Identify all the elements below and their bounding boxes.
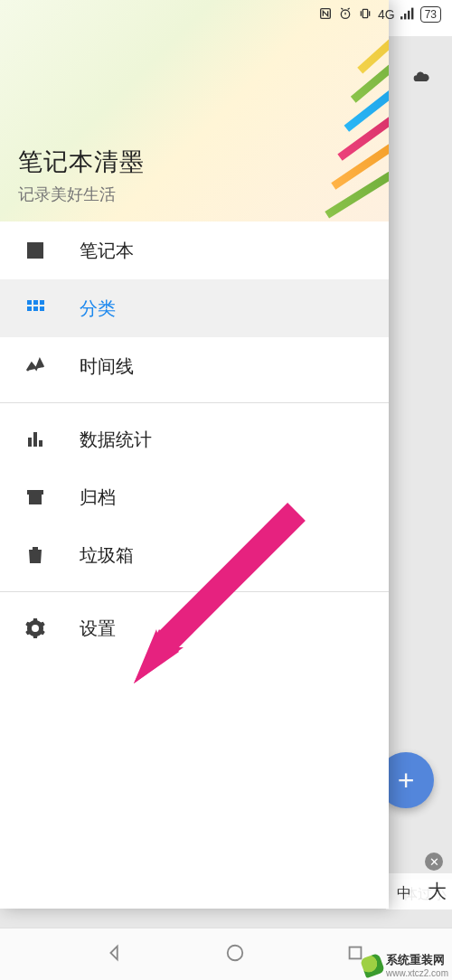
nfc-icon bbox=[318, 6, 333, 24]
menu-item-notebook[interactable]: 笔记本 bbox=[0, 221, 389, 279]
watermark-brand: 系统重装网 bbox=[386, 952, 448, 968]
svg-rect-6 bbox=[411, 7, 413, 19]
divider bbox=[0, 402, 389, 403]
svg-rect-12 bbox=[40, 306, 44, 311]
menu-label: 数据统计 bbox=[80, 428, 152, 452]
svg-rect-5 bbox=[408, 10, 410, 19]
menu-item-category[interactable]: 分类 bbox=[0, 279, 389, 337]
watermark-logo bbox=[360, 952, 385, 977]
svg-rect-11 bbox=[33, 306, 38, 311]
stats-icon bbox=[24, 428, 47, 451]
timeline-icon bbox=[24, 354, 47, 378]
cloud-icon[interactable] bbox=[407, 68, 436, 86]
divider bbox=[0, 591, 389, 592]
menu-label: 归档 bbox=[80, 485, 116, 510]
svg-rect-13 bbox=[28, 438, 32, 447]
grid-icon bbox=[24, 297, 47, 320]
watermark-url: www.xtcz2.com bbox=[386, 968, 448, 978]
home-button[interactable] bbox=[225, 943, 245, 966]
battery-icon: 73 bbox=[420, 6, 441, 23]
svg-rect-4 bbox=[404, 14, 406, 19]
back-button[interactable] bbox=[105, 943, 125, 966]
svg-rect-10 bbox=[27, 306, 32, 311]
svg-rect-9 bbox=[40, 300, 44, 305]
menu-label: 分类 bbox=[80, 297, 116, 321]
close-icon[interactable]: ✕ bbox=[425, 853, 443, 871]
gear-icon bbox=[24, 617, 47, 640]
svg-rect-3 bbox=[400, 16, 402, 19]
menu-item-archive[interactable]: 归档 bbox=[0, 468, 389, 526]
svg-rect-17 bbox=[350, 947, 362, 958]
menu-item-timeline[interactable]: 时间线 bbox=[0, 337, 389, 395]
svg-rect-15 bbox=[39, 440, 42, 447]
archive-icon bbox=[24, 485, 47, 509]
svg-point-16 bbox=[228, 945, 243, 960]
menu-item-trash[interactable]: 垃圾箱 bbox=[0, 526, 389, 584]
app-title: 笔记本清墨 bbox=[18, 146, 371, 178]
notebook-icon bbox=[24, 239, 47, 262]
watermark: 系统重装网 www.xtcz2.com bbox=[363, 952, 448, 978]
alarm-icon bbox=[338, 6, 353, 24]
menu-item-settings[interactable]: 设置 bbox=[0, 599, 389, 657]
size-large[interactable]: 大 bbox=[428, 879, 447, 904]
drawer-header: 笔记本清墨 记录美好生活 bbox=[0, 0, 389, 221]
svg-rect-7 bbox=[27, 300, 32, 305]
vibrate-icon bbox=[358, 6, 372, 24]
menu-label: 设置 bbox=[80, 617, 116, 641]
status-bar: 4G 73 bbox=[0, 0, 452, 29]
navigation-drawer: 笔记本清墨 记录美好生活 笔记本 分类 时间线 数据统计 归档 垃圾箱 bbox=[0, 0, 389, 909]
menu-label: 时间线 bbox=[80, 354, 134, 379]
menu-label: 垃圾箱 bbox=[80, 543, 134, 568]
size-medium[interactable]: 中 bbox=[397, 884, 411, 903]
svg-rect-8 bbox=[33, 300, 38, 305]
menu-item-stats[interactable]: 数据统计 bbox=[0, 410, 389, 468]
signal-icon bbox=[400, 7, 415, 23]
svg-rect-2 bbox=[363, 9, 367, 17]
trash-icon bbox=[24, 543, 47, 567]
app-subtitle: 记录美好生活 bbox=[18, 184, 371, 205]
menu-label: 笔记本 bbox=[80, 239, 134, 263]
drawer-menu: 笔记本 分类 时间线 数据统计 归档 垃圾箱 设置 bbox=[0, 221, 389, 909]
svg-rect-14 bbox=[33, 432, 37, 447]
signal-4g: 4G bbox=[378, 7, 395, 22]
